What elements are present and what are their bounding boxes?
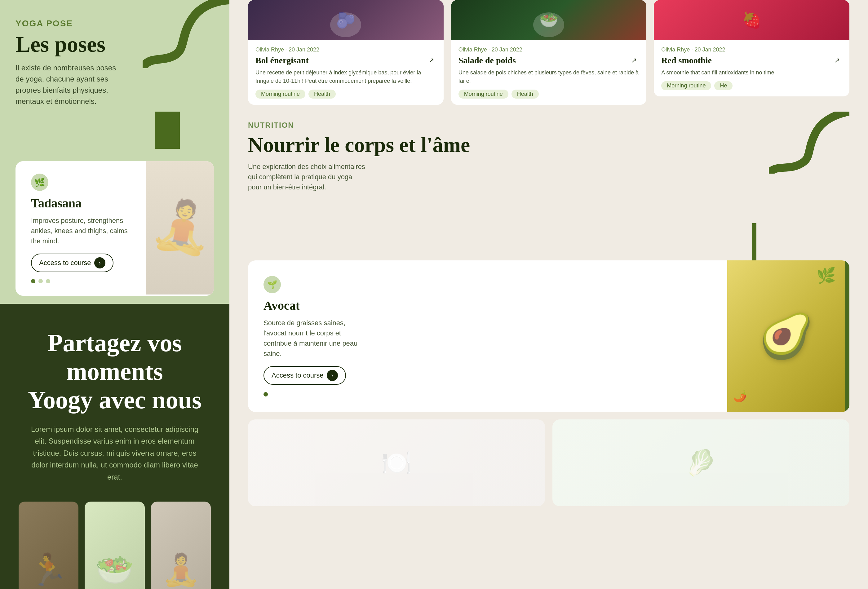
yoga-pose-section: YOGA POSE Les poses Il existe de nombreu…: [0, 0, 229, 149]
vertical-bar: [845, 260, 849, 412]
avocado-emoji: 🥑: [759, 311, 813, 362]
tag-morning-routine-2[interactable]: Morning routine: [459, 90, 508, 99]
avocat-arrow: ›: [327, 370, 338, 381]
tag-health-2[interactable]: Health: [512, 90, 539, 99]
access-button-label: Access to course: [39, 259, 91, 267]
nutrition-title: Nourrir le corps et l'âme: [248, 133, 849, 157]
article-text-1: Une recette de petit déjeuner à index gl…: [255, 68, 436, 85]
cta-title: Partagez vos momentsYoogy avec nous: [19, 329, 211, 414]
tag-health-1[interactable]: Health: [309, 90, 336, 99]
squiggle-decoration: [143, 0, 229, 68]
yoga-figure-image: 🧘: [146, 161, 214, 294]
avocat-content: 🌱 Avocat Source de graisses saines, l'av…: [248, 260, 727, 412]
articles-section: 🫐 Olivia Rhye · 20 Jan 2022 Bol énergisa…: [229, 0, 868, 105]
article-author-2: Olivia Rhye: [459, 46, 487, 53]
article-card-1: 🫐 Olivia Rhye · 20 Jan 2022 Bol énergisa…: [248, 0, 444, 105]
bottom-card-row: 🍽️ 🥬: [248, 419, 849, 506]
article-image-smoothie: 🍓: [654, 0, 849, 40]
article-title-row-3: Red smoothie ↗: [661, 56, 842, 65]
tag-morning-routine-3[interactable]: Morning routine: [661, 81, 711, 90]
cta-image-3: 🧘: [151, 502, 211, 589]
article-title-row-1: Bol énergisant ↗: [255, 56, 436, 65]
article-body-3: Olivia Rhye · 20 Jan 2022 Red smoothie ↗…: [654, 40, 849, 96]
avocat-name: Avocat: [264, 298, 712, 313]
article-body-1: Olivia Rhye · 20 Jan 2022 Bol énergisant…: [248, 40, 444, 105]
avocat-image: 🥑 🌿 🌶️: [727, 260, 845, 412]
dot-2: [38, 279, 43, 283]
avocat-card-row: 🌱 Avocat Source de graisses saines, l'av…: [248, 260, 849, 412]
article-text-2: Une salade de pois chiches et plusieurs …: [459, 68, 639, 85]
article-title-3: Red smoothie: [661, 56, 712, 65]
access-to-course-button[interactable]: Access to course ›: [31, 254, 114, 272]
avocat-description: Source de graisses saines, l'avocat nour…: [264, 318, 369, 359]
article-text-3: A smoothie that can fill antioxidants in…: [661, 68, 842, 77]
tadasana-card: 🌿 Tadasana Improves posture, strengthens…: [16, 161, 214, 296]
dot-3: [46, 279, 50, 283]
dark-rect-decoration: [155, 112, 180, 149]
article-title-row-2: Salade de poids ↗: [459, 56, 639, 65]
pose-description: Improves posture, strengthens ankles, kn…: [31, 216, 136, 246]
article-image-salade: 🥗: [451, 0, 647, 40]
dot-1: [31, 279, 35, 283]
article-author: Olivia Rhye: [255, 46, 284, 53]
article-meta-3: Olivia Rhye · 20 Jan 2022: [661, 46, 842, 53]
article-card-3: 🍓 Olivia Rhye · 20 Jan 2022 Red smoothie…: [654, 0, 849, 96]
food-decoration-3: 🍓: [654, 0, 849, 40]
nutrition-vertical-bar: [752, 223, 756, 260]
cta-images-row: 🏃 🥗 🧘: [19, 502, 211, 589]
tag-health-3[interactable]: He: [714, 81, 732, 90]
article-meta-2: Olivia Rhye · 20 Jan 2022: [459, 46, 639, 53]
cta-image-1: 🏃: [19, 502, 78, 589]
article-image-bol: 🫐: [248, 0, 444, 40]
yoga-pose-description: Il existe de nombreuses poses de yoga, c…: [16, 62, 121, 107]
pose-icon: 🌿: [31, 174, 48, 191]
avocat-icon: 🌱: [264, 276, 281, 293]
nutrition-squiggle: [769, 112, 849, 174]
article-card-2: 🥗 Olivia Rhye · 20 Jan 2022 Salade de po…: [451, 0, 647, 105]
article-body-2: Olivia Rhye · 20 Jan 2022 Salade de poid…: [451, 40, 647, 105]
article-tags-1: Morning routine Health: [255, 90, 436, 99]
article-tags-2: Morning routine Health: [459, 90, 639, 99]
dark-cta-section: Partagez vos momentsYoogy avec nous Lore…: [0, 304, 229, 589]
article-meta-1: Olivia Rhye · 20 Jan 2022: [255, 46, 436, 53]
right-column: 🫐 Olivia Rhye · 20 Jan 2022 Bol énergisa…: [229, 0, 868, 589]
bottom-card-2-image: 🥬: [552, 419, 849, 506]
avocat-section: 🌱 Avocat Source de graisses saines, l'av…: [229, 260, 868, 589]
bottom-card-1-image: 🍽️: [248, 419, 545, 506]
article-date-2: 20 Jan 2022: [492, 46, 523, 53]
avocat-dot: [264, 392, 268, 397]
nutrition-description: Une exploration des choix alimentaires q…: [248, 161, 366, 192]
article-title-1: Bol énergisant: [255, 56, 309, 65]
tag-morning-routine-1[interactable]: Morning routine: [255, 90, 306, 99]
article-title-2: Salade de poids: [459, 56, 516, 65]
article-arrow-3[interactable]: ↗: [832, 56, 842, 65]
nutrition-label: NUTRITION: [248, 121, 849, 130]
bowl-decoration-2: [533, 12, 564, 37]
article-date-3: 20 Jan 2022: [694, 46, 725, 53]
article-arrow-2[interactable]: ↗: [629, 56, 639, 65]
avocat-access-label: Access to course: [272, 371, 324, 379]
article-date: 20 Jan 2022: [289, 46, 319, 53]
leaf-decoration: 🌿: [816, 267, 836, 285]
article-author-3: Olivia Rhye: [661, 46, 690, 53]
bowl-decoration: [330, 12, 361, 37]
bottom-card-1: 🍽️: [248, 419, 545, 506]
access-button-arrow: ›: [94, 257, 105, 269]
article-arrow-1[interactable]: ↗: [426, 56, 436, 65]
tadasana-card-section: 🌿 Tadasana Improves posture, strengthens…: [0, 149, 229, 304]
article-tags-3: Morning routine He: [661, 81, 842, 90]
cta-description: Lorem ipsum dolor sit amet, consectetur …: [28, 424, 202, 483]
pepper-decoration: 🌶️: [734, 390, 747, 403]
cta-image-2: 🥗: [85, 502, 145, 589]
avocat-access-button[interactable]: Access to course ›: [264, 366, 346, 385]
bottom-card-2: 🥬: [552, 419, 849, 506]
nutrition-section: NUTRITION Nourrir le corps et l'âme Une …: [229, 105, 868, 260]
